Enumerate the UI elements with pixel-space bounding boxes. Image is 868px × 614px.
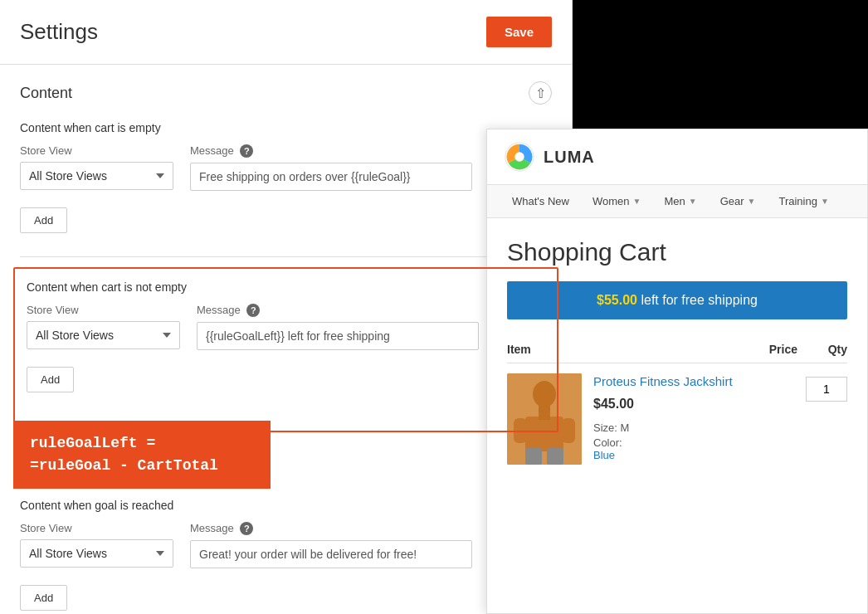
form-row-not-empty: Store View All Store Views Message ? xyxy=(27,304,545,350)
settings-header: Settings Save xyxy=(0,0,572,65)
collapse-button[interactable]: ⇧ xyxy=(529,81,552,105)
group-not-empty-title: Content when cart is not empty xyxy=(27,280,545,294)
message-label-reached: Message ? xyxy=(190,522,472,535)
luma-header: LUMA xyxy=(487,129,867,185)
section-header: Content ⇧ xyxy=(20,81,552,105)
form-row-empty: Store View All Store Views Message ? xyxy=(20,144,552,191)
form-row-reached: Store View All Store Views Message ? xyxy=(20,522,552,568)
divider-1 xyxy=(20,256,552,257)
shopping-cart-title: Shopping Cart xyxy=(507,238,847,266)
luma-logo-icon xyxy=(504,141,535,173)
add-button-not-empty[interactable]: Add xyxy=(27,367,74,392)
message-input-reached[interactable] xyxy=(190,540,472,568)
store-view-label-empty: Store View xyxy=(20,144,173,157)
nav-item-training[interactable]: Training ▼ xyxy=(767,185,840,217)
shipping-bar-text: left for free shipping xyxy=(641,293,758,307)
add-button-empty[interactable]: Add xyxy=(20,207,67,233)
message-label-empty: Message ? xyxy=(190,144,472,158)
luma-brand-text: LUMA xyxy=(544,148,595,167)
store-view-label-reached: Store View xyxy=(20,522,173,534)
content-group-reached: Content when goal is reached Store View … xyxy=(20,499,552,611)
message-input-empty[interactable] xyxy=(190,163,472,191)
content-group-not-empty: Content when cart is not empty Store Vie… xyxy=(20,274,552,399)
chevron-down-icon: ▼ xyxy=(633,197,641,206)
chevron-down-icon: ▼ xyxy=(821,197,829,206)
help-icon-reached[interactable]: ? xyxy=(240,522,253,535)
col-header-qty: Qty xyxy=(797,343,847,356)
svg-rect-6 xyxy=(514,418,527,443)
cart-table-header: Item Price Qty xyxy=(507,336,847,363)
help-icon-not-empty[interactable]: ? xyxy=(246,304,260,317)
shipping-bar: $55.00 left for free shipping xyxy=(507,281,847,319)
page-title: Settings xyxy=(20,19,98,45)
group-empty-title: Content when cart is empty xyxy=(20,121,552,134)
help-icon-empty[interactable]: ? xyxy=(240,144,253,158)
svg-rect-8 xyxy=(525,448,542,465)
group-reached-title: Content when goal is reached xyxy=(20,499,552,512)
save-button[interactable]: Save xyxy=(486,17,552,47)
rule-tooltip: ruleGoalLeft = =ruleGoal - CartTotal xyxy=(13,421,271,489)
message-col-empty: Message ? xyxy=(190,144,472,191)
col-header-price: Price xyxy=(731,343,797,356)
black-overlay xyxy=(569,0,868,129)
store-view-label-not-empty: Store View xyxy=(27,304,180,316)
luma-nav: What's New Women ▼ Men ▼ Gear ▼ Training… xyxy=(487,185,867,218)
chevron-down-icon: ▼ xyxy=(689,197,697,206)
content-group-empty: Content when cart is empty Store View Al… xyxy=(20,121,552,233)
svg-rect-4 xyxy=(525,417,563,451)
store-view-select-not-empty[interactable]: All Store Views xyxy=(27,321,180,349)
col-header-item: Item xyxy=(507,343,731,356)
store-view-select-empty[interactable]: All Store Views xyxy=(20,162,173,190)
message-label-not-empty: Message ? xyxy=(197,304,479,317)
product-color: Color: Blue xyxy=(593,436,789,461)
qty-cell xyxy=(797,373,847,402)
svg-point-1 xyxy=(514,152,524,161)
add-button-reached[interactable]: Add xyxy=(20,585,67,611)
section-title: Content xyxy=(20,85,72,102)
svg-rect-5 xyxy=(539,405,550,420)
nav-item-gear[interactable]: Gear ▼ xyxy=(709,185,768,217)
cart-item-row: Proteus Fitness Jackshirt $45.00 Size: M… xyxy=(507,373,847,465)
luma-content: Shopping Cart $55.00 left for free shipp… xyxy=(487,218,867,478)
store-view-col-empty: Store View All Store Views xyxy=(20,144,173,190)
shipping-amount: $55.00 xyxy=(597,293,637,307)
store-view-select-reached[interactable]: All Store Views xyxy=(20,539,173,568)
luma-preview-panel: LUMA What's New Women ▼ Men ▼ Gear ▼ Tra… xyxy=(486,129,868,614)
product-size: Size: M xyxy=(593,422,789,434)
store-view-col-reached: Store View All Store Views xyxy=(20,522,173,568)
qty-input[interactable] xyxy=(806,377,847,402)
svg-rect-7 xyxy=(562,418,575,443)
product-name[interactable]: Proteus Fitness Jackshirt xyxy=(593,373,789,390)
store-view-col-not-empty: Store View All Store Views xyxy=(27,304,180,349)
svg-point-3 xyxy=(533,381,556,407)
product-image xyxy=(507,373,582,465)
svg-rect-9 xyxy=(547,448,563,465)
nav-item-women[interactable]: Women ▼ xyxy=(581,185,652,217)
chevron-down-icon: ▼ xyxy=(748,197,756,206)
product-price: $45.00 xyxy=(593,397,789,412)
product-image-svg xyxy=(507,373,582,465)
message-col-not-empty: Message ? xyxy=(197,304,479,350)
cart-item-info: Proteus Fitness Jackshirt $45.00 Size: M… xyxy=(593,373,789,464)
nav-item-men[interactable]: Men ▼ xyxy=(652,185,708,217)
message-col-reached: Message ? xyxy=(190,522,472,568)
nav-item-whats-new[interactable]: What's New xyxy=(500,185,581,217)
message-input-not-empty[interactable] xyxy=(197,322,479,350)
